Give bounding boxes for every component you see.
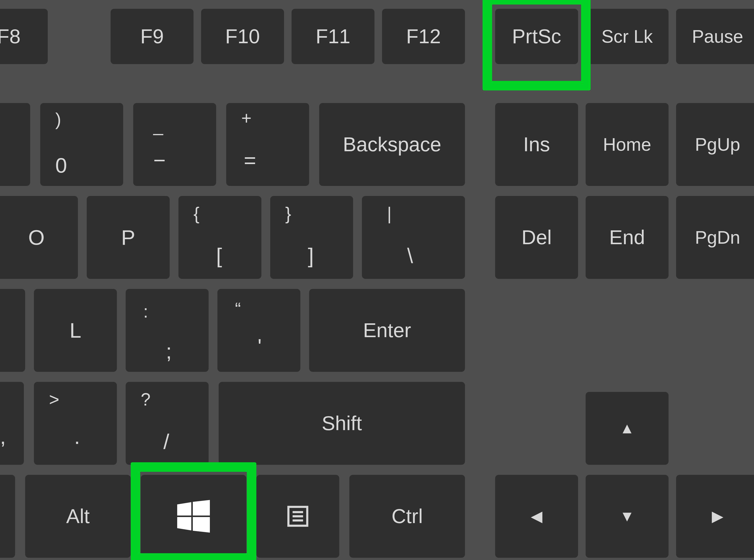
- key-label: Alt: [66, 505, 90, 528]
- key-label: Pause: [692, 26, 743, 47]
- key-home[interactable]: Home: [586, 103, 669, 186]
- key-label: 0: [55, 155, 67, 176]
- key-label: F8: [0, 25, 21, 48]
- key-o[interactable]: O: [0, 196, 78, 279]
- key-label: .: [74, 426, 80, 447]
- key-f12[interactable]: F12: [382, 9, 465, 64]
- key-f11[interactable]: F11: [292, 9, 375, 64]
- key-label: Shift: [322, 412, 362, 435]
- key-quote[interactable]: “ ': [217, 289, 300, 372]
- key-right-arrow[interactable]: ▶: [676, 475, 754, 558]
- svg-marker-2: [177, 517, 191, 531]
- arrow-up-icon: ▲: [619, 421, 634, 436]
- key-label: Home: [603, 134, 651, 155]
- key-label: /: [163, 431, 169, 452]
- key-pgdn[interactable]: PgDn: [676, 196, 754, 279]
- arrow-down-icon: ▼: [619, 509, 634, 524]
- key-alt[interactable]: Alt: [25, 475, 131, 558]
- keyboard: F8 F9 F10 F11 F12 PrtSc Scr Lk Pause 9 )…: [0, 0, 754, 560]
- key-pgup[interactable]: PgUp: [676, 103, 754, 186]
- key-scrlk[interactable]: Scr Lk: [586, 9, 669, 64]
- key-label: \: [407, 245, 413, 266]
- key-f9[interactable]: F9: [111, 9, 194, 64]
- key-upper-label: >: [49, 391, 59, 408]
- menu-icon: [285, 504, 311, 529]
- key-9[interactable]: 9: [0, 103, 30, 186]
- key-k-partial[interactable]: [0, 289, 25, 372]
- key-period[interactable]: > .: [34, 382, 117, 465]
- key-l[interactable]: L: [34, 289, 117, 372]
- key-label: ,: [0, 426, 6, 447]
- key-label: L: [70, 320, 81, 341]
- svg-marker-3: [193, 517, 210, 533]
- key-label: End: [609, 226, 645, 249]
- key-prtsc[interactable]: PrtSc: [495, 9, 578, 64]
- arrow-left-icon: ◀: [531, 509, 542, 524]
- key-label: −: [153, 150, 166, 171]
- key-label: Ins: [523, 133, 550, 156]
- svg-marker-0: [177, 502, 191, 516]
- key-label: O: [28, 227, 44, 248]
- key-semicolon[interactable]: : ;: [126, 289, 209, 372]
- key-slash[interactable]: ? /: [126, 382, 209, 465]
- key-label: Del: [521, 226, 552, 249]
- key-windows[interactable]: [141, 475, 246, 558]
- key-down-arrow[interactable]: ▼: [586, 475, 669, 558]
- key-label: PgUp: [695, 134, 740, 155]
- key-upper-label: {: [194, 205, 199, 222]
- key-backspace[interactable]: Backspace: [319, 103, 465, 186]
- key-upper-label: +: [241, 109, 252, 127]
- key-upper-label: _: [153, 117, 163, 135]
- key-lbracket[interactable]: { [: [178, 196, 261, 279]
- key-label: F11: [316, 25, 350, 48]
- key-del[interactable]: Del: [495, 196, 578, 279]
- key-end[interactable]: End: [586, 196, 669, 279]
- key-ctrl[interactable]: Ctrl: [349, 475, 465, 558]
- key-comma[interactable]: < ,: [0, 382, 24, 465]
- key-upper-label: |: [387, 205, 392, 222]
- key-0[interactable]: ) 0: [40, 103, 123, 186]
- key-label: [: [216, 245, 222, 266]
- key-pause[interactable]: Pause: [676, 9, 754, 64]
- key-upper-label: ): [55, 111, 61, 128]
- key-left-arrow[interactable]: ◀: [495, 475, 578, 558]
- key-rbracket[interactable]: } ]: [270, 196, 353, 279]
- key-label: ': [258, 336, 262, 357]
- key-label: ;: [166, 341, 172, 362]
- key-upper-label: “: [235, 300, 241, 318]
- key-equals[interactable]: + =: [226, 103, 309, 186]
- key-left-partial[interactable]: [0, 475, 15, 558]
- key-minus[interactable]: _ −: [133, 103, 216, 186]
- key-menu[interactable]: [256, 475, 339, 558]
- key-label: F10: [225, 25, 260, 48]
- key-up-arrow[interactable]: ▲: [586, 392, 669, 465]
- key-label: Ctrl: [392, 505, 423, 528]
- windows-logo-icon: [177, 500, 210, 533]
- key-label: Enter: [363, 319, 411, 342]
- key-upper-label: :: [143, 303, 148, 320]
- key-label: PgDn: [695, 227, 740, 248]
- key-p[interactable]: P: [87, 196, 170, 279]
- key-f8[interactable]: F8: [0, 9, 48, 64]
- key-shift[interactable]: Shift: [219, 382, 465, 465]
- key-label: Scr Lk: [601, 26, 653, 47]
- arrow-right-icon: ▶: [712, 509, 723, 524]
- key-label: F9: [140, 25, 164, 48]
- key-label: Backspace: [343, 133, 441, 156]
- key-ins[interactable]: Ins: [495, 103, 578, 186]
- key-backslash[interactable]: | \: [362, 196, 465, 279]
- key-enter[interactable]: Enter: [309, 289, 465, 372]
- key-label: ]: [308, 245, 314, 266]
- key-upper-label: }: [285, 205, 291, 222]
- key-upper-label: ?: [141, 391, 151, 408]
- key-label: PrtSc: [512, 25, 561, 48]
- key-f10[interactable]: F10: [201, 9, 284, 64]
- key-label: P: [121, 227, 135, 248]
- key-label: F12: [406, 25, 441, 48]
- svg-marker-1: [193, 500, 210, 516]
- key-label: =: [244, 150, 256, 171]
